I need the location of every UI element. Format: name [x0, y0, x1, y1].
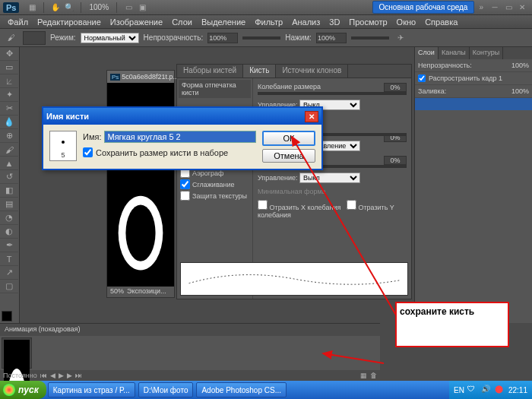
- brush-name-input[interactable]: [104, 131, 256, 143]
- lang-indicator[interactable]: EN: [454, 386, 464, 394]
- new-frame-icon[interactable]: ▦: [360, 372, 367, 379]
- eyedropper-tool[interactable]: 💧: [0, 116, 18, 129]
- selected-layer[interactable]: [415, 98, 532, 110]
- annotation-callout: сохраните кисть: [395, 302, 509, 347]
- crop-tool[interactable]: ✂: [0, 102, 18, 116]
- menu-help[interactable]: Справка: [420, 16, 462, 28]
- restore-icon[interactable]: ▭: [503, 2, 514, 13]
- dodge-tool[interactable]: ◐: [0, 225, 18, 239]
- tray-icon[interactable]: 🔊: [481, 385, 492, 395]
- opacity-input[interactable]: [207, 33, 238, 43]
- tray-icon[interactable]: ⬤: [495, 385, 505, 395]
- tab-paths[interactable]: Контуры: [470, 47, 503, 59]
- airbrush-icon[interactable]: ✈: [395, 33, 406, 43]
- history-brush-tool[interactable]: ↺: [0, 170, 18, 184]
- system-tray: EN 🛡 🔊 ⬤ 22:11: [449, 381, 532, 399]
- menu-edit[interactable]: Редактирование: [33, 16, 106, 28]
- marquee-tool[interactable]: ▭: [0, 61, 18, 74]
- tab-layers[interactable]: Слои: [415, 47, 439, 59]
- dialog-titlebar[interactable]: Имя кисти ✕: [43, 108, 321, 125]
- document-titlebar[interactable]: Ps 5c0a6e8d8f21t.p...: [107, 71, 174, 83]
- size-jitter-value[interactable]: 0%: [384, 83, 407, 92]
- dyn-protect[interactable]: Защита текстуры: [179, 190, 251, 201]
- zoom-level[interactable]: 100%: [86, 3, 112, 11]
- save-size-checkbox-row[interactable]: Сохранить размер кисти в наборе: [83, 147, 256, 157]
- arrange-icon[interactable]: ▭: [123, 2, 134, 13]
- foreground-color[interactable]: [2, 311, 12, 321]
- brush-preset-picker[interactable]: [23, 31, 46, 45]
- menu-select[interactable]: Выделение: [197, 16, 250, 28]
- bridge-icon[interactable]: ▦: [27, 2, 37, 13]
- move-tool[interactable]: ✥: [0, 47, 18, 61]
- path-tool[interactable]: ↗: [0, 266, 18, 280]
- propagate-label: Распространить кадр 1: [429, 74, 502, 82]
- menu-file[interactable]: Файл: [3, 16, 33, 28]
- brush-tip-shape[interactable]: Форма отпечатка кисти: [179, 80, 251, 98]
- doc-zoom[interactable]: 50%: [110, 287, 124, 296]
- propagate-row[interactable]: Распространить кадр 1: [415, 72, 532, 85]
- tab-clone-source[interactable]: Источник клонов: [276, 65, 348, 78]
- hand-icon[interactable]: ✋: [50, 2, 61, 13]
- pen-tool[interactable]: ✒: [0, 239, 18, 252]
- menu-filter[interactable]: Фильтр: [250, 16, 287, 28]
- first-frame-icon[interactable]: ⏮: [40, 372, 47, 379]
- blend-mode-select[interactable]: Нормальный: [81, 33, 139, 43]
- close-icon[interactable]: ✕: [517, 2, 527, 13]
- menu-analysis[interactable]: Анализ: [287, 16, 325, 28]
- clock[interactable]: 22:11: [508, 386, 527, 394]
- expand-icon[interactable]: »: [479, 3, 483, 11]
- gradient-tool[interactable]: ▤: [0, 198, 18, 211]
- menu-window[interactable]: Окно: [392, 16, 421, 28]
- start-button[interactable]: пуск: [0, 381, 46, 399]
- size-jitter-slider[interactable]: [258, 92, 407, 95]
- flip-x-check[interactable]: Отразить X колебания: [258, 204, 340, 211]
- flow-slider[interactable]: [351, 36, 389, 40]
- tab-brush-presets[interactable]: Наборы кистей: [177, 65, 243, 78]
- menu-view[interactable]: Просмотр: [344, 16, 391, 28]
- loop-select[interactable]: Постоянно: [3, 372, 37, 379]
- wand-tool[interactable]: ✦: [0, 88, 18, 102]
- flow-input[interactable]: [316, 33, 347, 43]
- blur-tool[interactable]: ◔: [0, 211, 18, 225]
- layer-fill-value[interactable]: 100%: [511, 87, 529, 95]
- color-swatches[interactable]: [0, 309, 19, 323]
- animation-tab[interactable]: Анимация (покадровая): [0, 324, 380, 336]
- ps-doc-icon: Ps: [110, 74, 120, 81]
- prev-frame-icon[interactable]: ◀: [50, 372, 55, 379]
- dyn-smoothing[interactable]: Сглаживание: [179, 179, 251, 190]
- propagate-check[interactable]: [418, 74, 426, 82]
- menu-layers[interactable]: Слои: [167, 16, 197, 28]
- delete-frame-icon[interactable]: 🗑: [370, 372, 377, 379]
- type-tool[interactable]: T: [0, 252, 18, 266]
- shape-control-select[interactable]: Выкл: [299, 173, 360, 183]
- task-item-2[interactable]: D:\Мои фото: [138, 382, 194, 397]
- play-icon[interactable]: ▶: [59, 372, 64, 379]
- menu-3d[interactable]: 3D: [325, 16, 344, 28]
- minimize-icon[interactable]: ─: [489, 2, 500, 13]
- tab-channels[interactable]: Каналы: [439, 47, 470, 59]
- next-frame-icon[interactable]: ▶: [67, 372, 72, 379]
- screen-mode-icon[interactable]: ▣: [137, 2, 147, 13]
- eraser-tool[interactable]: ◧: [0, 184, 18, 198]
- lasso-tool[interactable]: ⟀: [0, 74, 18, 88]
- ok-button[interactable]: ОК: [262, 131, 315, 146]
- shape-jitter-value[interactable]: 0%: [384, 156, 407, 165]
- shape-tool[interactable]: ▢: [0, 280, 18, 293]
- opacity-slider[interactable]: [242, 36, 280, 40]
- heal-tool[interactable]: ⊕: [0, 129, 18, 143]
- zoom-icon[interactable]: 🔍: [64, 2, 74, 13]
- brush-tool[interactable]: 🖌: [0, 143, 18, 157]
- menu-image[interactable]: Изображение: [106, 16, 167, 28]
- cancel-button[interactable]: Отмена: [262, 149, 315, 163]
- layer-opacity-value[interactable]: 100%: [511, 62, 529, 69]
- tray-icon[interactable]: 🛡: [467, 385, 478, 395]
- animation-frame-1[interactable]: 0 сек.: [2, 337, 32, 369]
- task-item-1[interactable]: Картина из страз / P...: [48, 382, 135, 397]
- dialog-close-button[interactable]: ✕: [305, 111, 318, 122]
- tab-brush[interactable]: Кисть: [243, 65, 276, 78]
- workspace-switch-button[interactable]: Основная рабочая среда: [372, 1, 475, 14]
- save-size-checkbox[interactable]: [83, 147, 93, 157]
- stamp-tool[interactable]: ▲: [0, 157, 18, 170]
- task-item-3[interactable]: Adobe Photoshop CS...: [196, 382, 287, 397]
- last-frame-icon[interactable]: ⏭: [75, 372, 82, 379]
